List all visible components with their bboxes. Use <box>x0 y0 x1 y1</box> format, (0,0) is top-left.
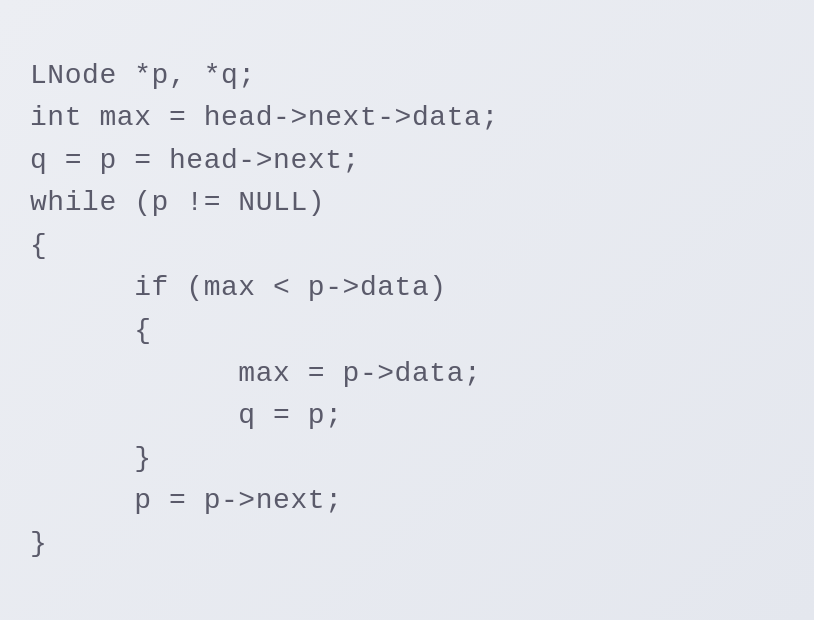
code-line-7: max = p->data; <box>30 353 784 396</box>
code-line-11: } <box>30 523 784 566</box>
code-line-5: if (max < p->data) <box>30 267 784 310</box>
code-line-0: LNode *p, *q; <box>30 55 784 98</box>
code-line-4: { <box>30 225 784 268</box>
code-line-6: { <box>30 310 784 353</box>
code-line-10: p = p->next; <box>30 480 784 523</box>
code-line-9: } <box>30 438 784 481</box>
code-line-2: q = p = head->next; <box>30 140 784 183</box>
code-line-1: int max = head->next->data; <box>30 97 784 140</box>
code-line-8: q = p; <box>30 395 784 438</box>
code-container: LNode *p, *q;int max = head->next->data;… <box>0 0 814 620</box>
code-line-3: while (p != NULL) <box>30 182 784 225</box>
